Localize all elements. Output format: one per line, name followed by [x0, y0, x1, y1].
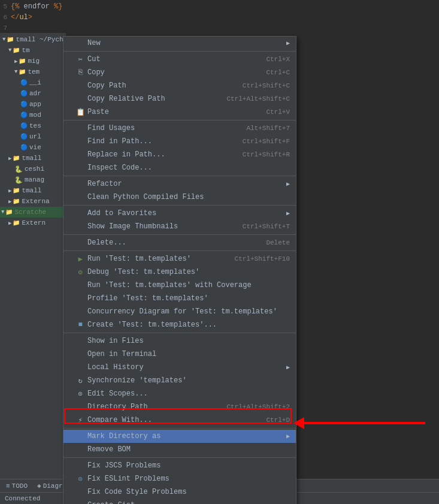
- expand-arrow: ▶: [8, 188, 11, 194]
- menu-label-paste: Paste: [87, 108, 254, 116]
- menu-item-copy-relative-path[interactable]: Copy Relative Path Ctrl+Alt+Shift+C: [63, 92, 296, 105]
- tree-item-external[interactable]: ▶ 📁 Externa: [0, 196, 66, 207]
- menu-item-edit-scopes[interactable]: ⊙ Edit Scopes...: [63, 387, 296, 400]
- tab-label-todo: TODO: [12, 482, 28, 490]
- menu-item-show-files[interactable]: Show in Files: [63, 334, 296, 348]
- menu-item-show-thumbnails[interactable]: Show Image Thumbnails Ctrl+Shift+T: [63, 220, 296, 233]
- tree-item-tem[interactable]: ▼ 📁 tem: [0, 67, 66, 77]
- file-icon: 🔵: [20, 101, 28, 108]
- menu-label-mark-directory: Mark Directory as: [87, 432, 283, 440]
- shortcut-copy: Ctrl+C: [266, 69, 290, 76]
- folder-icon: 📁: [13, 47, 20, 54]
- cut-icon: ✂: [75, 55, 85, 64]
- tree-label: Extern: [22, 219, 46, 227]
- tree-label: tm: [22, 47, 29, 54]
- menu-label-copy-relative: Copy Relative Path: [87, 95, 214, 103]
- expand-arrow: ▼: [8, 47, 11, 53]
- tree-item-adr[interactable]: 🔵 adr: [0, 88, 66, 99]
- menu-separator-4: [63, 205, 296, 206]
- copy-icon: ⎘: [75, 68, 85, 77]
- menu-label-cut: Cut: [87, 55, 254, 64]
- submenu-arrow-refactor: ▶: [286, 180, 290, 188]
- menu-label-fix-eslint: Fix ESLint Problems: [87, 475, 290, 483]
- submenu-arrow-mark: ▶: [286, 433, 290, 440]
- menu-label-terminal: Open in Terminal: [87, 350, 290, 358]
- tree-label: app: [29, 101, 41, 108]
- arrow-annotation: [293, 412, 425, 434]
- menu-item-open-terminal[interactable]: Open in Terminal: [63, 348, 296, 361]
- tree-item-ceshi[interactable]: 🐍 ceshi: [0, 164, 66, 174]
- menu-item-fix-code-style[interactable]: Fix Code Style Problems: [63, 485, 296, 499]
- diagrams-icon: ◈: [37, 482, 41, 490]
- menu-item-copy[interactable]: ⎘ Copy Ctrl+C: [63, 66, 296, 79]
- menu-item-refactor[interactable]: Refactor ▶: [63, 177, 296, 191]
- menu-label-directory-path: Directory Path: [87, 403, 214, 411]
- menu-item-fix-eslint[interactable]: ⊙ Fix ESLint Problems: [63, 472, 296, 485]
- debug-icon: ⚙: [75, 268, 85, 277]
- menu-item-fix-jscs[interactable]: Fix JSCS Problems: [63, 459, 296, 472]
- menu-item-synchronize[interactable]: ↻ Synchronize 'templates': [63, 374, 296, 387]
- folder-icon: 📁: [13, 198, 20, 205]
- menu-item-profile[interactable]: Profile 'Test: tm.templates': [63, 292, 296, 305]
- menu-item-add-favorites[interactable]: Add to Favorites ▶: [63, 207, 296, 220]
- expand-arrow: ▼: [14, 69, 17, 75]
- tree-item-i[interactable]: 🔵 __i: [0, 77, 66, 88]
- tree-item-tmall3[interactable]: ▶ 📁 tmall: [0, 185, 66, 196]
- menu-item-new[interactable]: New ▶: [63, 37, 296, 50]
- tree-item-scratch[interactable]: ▼ 📁 Scratche: [0, 207, 66, 218]
- tree-label: Externa: [22, 198, 49, 205]
- line-6-num: 6: [0, 14, 11, 21]
- menu-item-run-coverage[interactable]: Run 'Test: tm.templates' with Coverage: [63, 279, 296, 292]
- tree-label: tmall ~/PycharmProje: [16, 36, 66, 43]
- menu-label-refactor: Refactor: [87, 180, 283, 188]
- menu-label-create-test: Create 'Test: tm.templates'...: [87, 321, 290, 329]
- tree-item-app[interactable]: 🔵 app: [0, 99, 66, 110]
- tree-item-vie[interactable]: 🔵 vie: [0, 142, 66, 153]
- menu-item-find-in-path[interactable]: Find in Path... Ctrl+Shift+F: [63, 135, 296, 148]
- submenu-arrow: ▶: [286, 40, 290, 47]
- shortcut-copy-path: Ctrl+Shift+C: [243, 82, 290, 89]
- tree-item-mod[interactable]: 🔵 mod: [0, 110, 66, 120]
- py-icon: 🐍: [14, 176, 23, 184]
- menu-label-compare: Compare With...: [87, 416, 254, 424]
- menu-item-directory-path[interactable]: Directory Path Ctrl+Alt+Shift+2: [63, 400, 296, 414]
- tree-item-tmall2[interactable]: ▶ 📁 tmall: [0, 153, 66, 164]
- menu-item-inspect[interactable]: Inspect Code...: [63, 161, 296, 174]
- menu-item-create-test[interactable]: ■ Create 'Test: tm.templates'...: [63, 318, 296, 331]
- menu-item-create-gist[interactable]: Create Gist...: [63, 499, 296, 504]
- submenu-arrow-hist: ▶: [286, 364, 290, 371]
- tree-label: tes: [29, 122, 41, 129]
- menu-item-remove-bom[interactable]: Remove BOM: [63, 443, 296, 456]
- menu-item-debug-test[interactable]: ⚙ Debug 'Test: tm.templates': [63, 265, 296, 279]
- menu-item-find-usages[interactable]: Find Usages Alt+Shift+7: [63, 122, 296, 135]
- menu-item-delete[interactable]: Delete... Delete: [63, 236, 296, 249]
- tree-item-tes[interactable]: 🔵 tes: [0, 120, 66, 131]
- menu-label-profile: Profile 'Test: tm.templates': [87, 294, 290, 303]
- editor-area: 5 {% endfor %} 6 </ul> 7: [0, 0, 439, 33]
- menu-item-replace-in-path[interactable]: Replace in Path... Ctrl+Shift+R: [63, 148, 296, 161]
- tree-item-tmall[interactable]: ▼ 📁 tmall ~/PycharmProje: [0, 34, 66, 45]
- menu-item-clean-python[interactable]: Clean Python Compiled Files: [63, 191, 296, 204]
- tree-item-extern2[interactable]: ▶ 📁 Extern: [0, 218, 66, 228]
- menu-label-delete: Delete...: [87, 239, 254, 247]
- tree-item-tm[interactable]: ▼ 📁 tm: [0, 45, 66, 56]
- connected-status: Connected: [5, 495, 40, 502]
- tree-item-manag[interactable]: 🐍 manag: [0, 174, 66, 185]
- menu-item-compare-with[interactable]: ⚡ Compare With... Ctrl+D: [63, 414, 296, 427]
- expand-arrow: ▶: [8, 198, 11, 205]
- folder-icon: 📁: [5, 209, 13, 216]
- tree-item-mig[interactable]: ▶ 📁 mig: [0, 56, 66, 67]
- menu-item-concurrency[interactable]: Concurrency Diagram for 'Test: tm.templa…: [63, 305, 296, 318]
- tree-item-url[interactable]: 🔵 url: [0, 131, 66, 142]
- menu-item-cut[interactable]: ✂ Cut Ctrl+X: [63, 53, 296, 66]
- tab-todo[interactable]: ≡ TODO: [2, 481, 31, 491]
- folder-icon: 📁: [13, 219, 20, 227]
- menu-item-run-test[interactable]: ▶ Run 'Test: tm.templates' Ctrl+Shift+F1…: [63, 252, 296, 265]
- menu-item-copy-path[interactable]: Copy Path Ctrl+Shift+C: [63, 79, 296, 92]
- tree-label: __i: [29, 79, 41, 86]
- menu-item-mark-directory[interactable]: Mark Directory as ▶: [63, 430, 296, 443]
- menu-label-sync: Synchronize 'templates': [87, 376, 290, 385]
- menu-item-paste[interactable]: 📋 Paste Ctrl+V: [63, 105, 296, 119]
- menu-label-copy: Copy: [87, 68, 254, 77]
- menu-item-local-history[interactable]: Local History ▶: [63, 361, 296, 374]
